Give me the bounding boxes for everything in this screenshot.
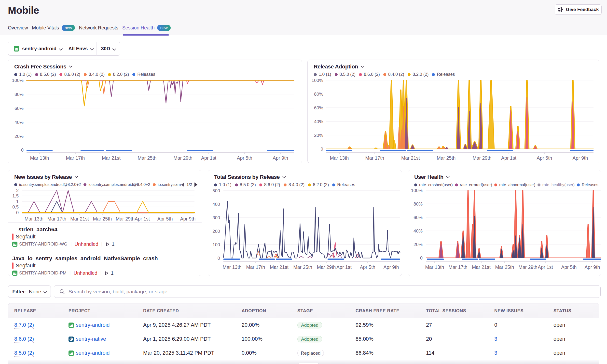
svg-text:0: 0 <box>218 256 220 261</box>
svg-text:60%: 60% <box>314 105 323 110</box>
svg-text:Apr 1st: Apr 1st <box>201 155 216 161</box>
svg-text:20%: 20% <box>14 134 24 139</box>
svg-text:Mar 29th: Mar 29th <box>519 264 538 270</box>
svg-text:80%: 80% <box>414 201 423 207</box>
svg-text:Mar 17th: Mar 17th <box>365 155 384 161</box>
svg-text:Apr 9th: Apr 9th <box>273 155 288 161</box>
svg-text:500: 500 <box>212 188 220 193</box>
svg-text:Mar 25th: Mar 25th <box>495 264 514 270</box>
svg-text:Mar 25th: Mar 25th <box>93 216 112 221</box>
svg-text:Mar 13th: Mar 13th <box>25 216 43 221</box>
svg-text:Mar 13th: Mar 13th <box>30 155 49 161</box>
svg-text:Mar 29th: Mar 29th <box>473 155 492 161</box>
svg-text:Mar 13th: Mar 13th <box>425 264 444 270</box>
svg-text:200: 200 <box>212 229 220 234</box>
svg-text:40%: 40% <box>14 120 24 125</box>
svg-text:Apr 5th: Apr 5th <box>360 264 375 270</box>
svg-text:Mar 21st: Mar 21st <box>472 264 491 270</box>
svg-text:0: 0 <box>16 210 19 215</box>
svg-text:400: 400 <box>212 202 220 207</box>
svg-text:Mar 29th: Mar 29th <box>116 216 135 221</box>
svg-text:Mar 21st: Mar 21st <box>102 155 121 161</box>
svg-text:Apr 5th: Apr 5th <box>537 155 552 161</box>
svg-text:Mar 13th: Mar 13th <box>223 264 242 270</box>
svg-text:20%: 20% <box>414 242 423 247</box>
svg-text:100%: 100% <box>12 78 24 83</box>
svg-text:100: 100 <box>212 242 220 247</box>
svg-text:Mar 13th: Mar 13th <box>330 155 349 161</box>
svg-text:Mar 25th: Mar 25th <box>293 264 312 270</box>
svg-text:100%: 100% <box>312 78 323 83</box>
svg-text:2: 2 <box>16 188 19 193</box>
svg-text:Apr 1st: Apr 1st <box>336 264 352 270</box>
svg-text:20%: 20% <box>314 133 323 138</box>
svg-text:Apr 5th: Apr 5th <box>237 155 252 161</box>
svg-text:Mar 17th: Mar 17th <box>449 264 468 270</box>
svg-text:C: C <box>70 338 72 341</box>
svg-text:80%: 80% <box>314 91 323 97</box>
svg-text:100%: 100% <box>411 188 423 193</box>
svg-text:60%: 60% <box>414 215 423 220</box>
svg-text:Mar 21st: Mar 21st <box>70 216 89 221</box>
svg-text:Apr 9th: Apr 9th <box>585 264 600 270</box>
svg-text:Apr 9th: Apr 9th <box>384 264 399 270</box>
svg-text:0.5: 0.5 <box>12 204 19 209</box>
svg-text:Mar 17th: Mar 17th <box>246 264 265 270</box>
svg-text:1.5: 1.5 <box>12 193 19 198</box>
svg-text:40%: 40% <box>314 119 323 124</box>
svg-text:60%: 60% <box>14 106 24 111</box>
svg-text:Apr 1st: Apr 1st <box>135 216 150 221</box>
svg-text:Apr 1st: Apr 1st <box>538 264 553 270</box>
svg-text:40%: 40% <box>414 228 423 234</box>
svg-text:Apr 5th: Apr 5th <box>157 216 173 221</box>
svg-text:Mar 21st: Mar 21st <box>401 155 420 161</box>
svg-text:Apr 1st: Apr 1st <box>501 155 516 161</box>
svg-text:Mar 25th: Mar 25th <box>437 155 456 161</box>
svg-text:0: 0 <box>321 146 323 152</box>
svg-text:80%: 80% <box>14 92 24 97</box>
svg-text:1: 1 <box>16 199 19 204</box>
svg-text:0: 0 <box>21 147 24 153</box>
svg-text:Mar 25th: Mar 25th <box>138 155 157 161</box>
svg-text:Apr 9th: Apr 9th <box>573 155 588 161</box>
svg-text:Apr 9th: Apr 9th <box>180 216 195 221</box>
svg-text:300: 300 <box>212 215 220 220</box>
svg-text:Mar 17th: Mar 17th <box>47 216 66 221</box>
svg-text:Mar 29th: Mar 29th <box>317 264 336 270</box>
svg-text:0: 0 <box>420 255 423 260</box>
svg-text:Mar 17th: Mar 17th <box>66 155 85 161</box>
svg-text:Mar 21st: Mar 21st <box>270 264 289 270</box>
svg-text:Apr 5th: Apr 5th <box>561 264 577 270</box>
svg-text:Mar 29th: Mar 29th <box>174 155 193 161</box>
